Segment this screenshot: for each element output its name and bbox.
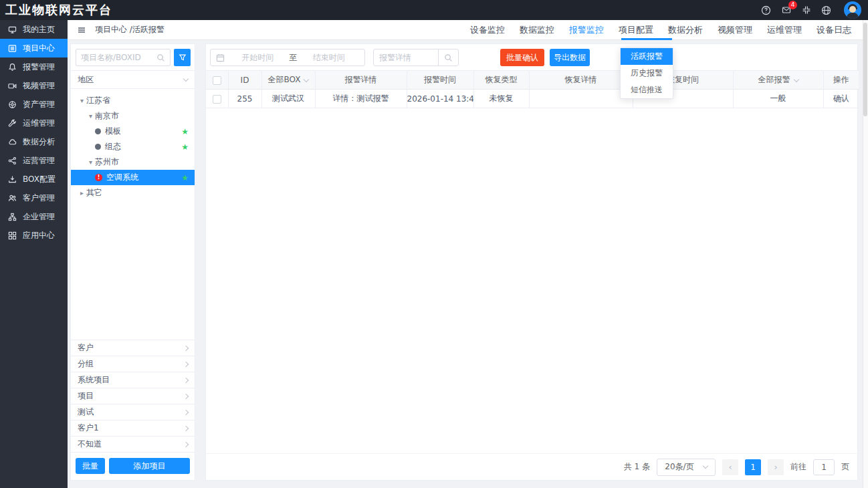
sidebar-item-project[interactable]: 项目中心 — [0, 39, 68, 57]
alarm-table: ID全部BOX报警详情报警时间恢复类型恢复详情恢复时间全部报警操作 255测试武… — [206, 70, 859, 108]
sidebar-item-org[interactable]: 企业管理 — [0, 207, 68, 226]
help-icon[interactable] — [761, 5, 771, 15]
column-header-label: 恢复类型 — [485, 75, 518, 84]
end-time-placeholder: 结束时间 — [299, 52, 360, 64]
sidebar-item-asset[interactable]: 资产管理 — [0, 95, 68, 114]
sidebar-item-label: 报警管理 — [23, 62, 55, 73]
select-all-checkbox[interactable] — [213, 76, 221, 85]
caret-down-icon[interactable]: ▾ — [78, 97, 86, 104]
region-tree: ▾江苏省▾南京市模板★组态★▾苏州市!空调系统★▸其它 — [71, 89, 195, 340]
column-header-3: 报警时间 — [407, 71, 473, 90]
alarm-detail-search-input[interactable]: 报警详情 — [373, 49, 459, 66]
avatar-body — [847, 13, 859, 19]
prev-page-button[interactable]: ‹ — [722, 459, 738, 475]
sidebar-item-label: 运营管理 — [23, 155, 55, 166]
page-scrollbar-thumb[interactable] — [863, 23, 867, 116]
goto-label: 前往 — [790, 461, 806, 473]
next-page-button[interactable]: › — [768, 459, 784, 475]
group-section-6[interactable]: 不知道 — [71, 437, 195, 453]
column-header-label: 报警详情 — [345, 75, 377, 84]
tree-node-1[interactable]: ▾南京市 — [71, 108, 195, 124]
mail-icon[interactable]: 4 — [781, 5, 792, 15]
cell-recover_type: 未恢复 — [473, 90, 529, 108]
sidebar-item-bell[interactable]: 报警管理 — [0, 57, 68, 76]
sidebar-item-apps[interactable]: 应用中心 — [0, 226, 68, 245]
confirm-action-link[interactable]: 确认 — [823, 90, 859, 108]
dropdown-item-1[interactable]: 历史报警 — [621, 65, 673, 82]
tree-node-3[interactable]: 组态★ — [71, 139, 195, 154]
group-section-5[interactable]: 客户1 — [71, 420, 195, 437]
globe-icon[interactable] — [821, 5, 831, 15]
sidebar-item-users[interactable]: 客户管理 — [0, 189, 68, 207]
sidebar-item-share[interactable]: 运营管理 — [0, 151, 68, 170]
sidebar-item-wrench[interactable]: 运维管理 — [0, 114, 68, 132]
date-range-picker[interactable]: 开始时间 至 结束时间 — [210, 49, 365, 66]
favorite-star-icon[interactable]: ★ — [181, 174, 189, 182]
row-checkbox[interactable] — [213, 95, 221, 104]
caret-right-icon[interactable]: ▸ — [78, 189, 86, 197]
nav-item-5[interactable]: 视频管理 — [710, 20, 760, 39]
project-search-input[interactable]: 项目名称/BOXID — [76, 49, 171, 66]
tree-node-2[interactable]: 模板★ — [71, 124, 195, 139]
group-section-1[interactable]: 分组 — [71, 356, 195, 372]
filter-button[interactable] — [174, 49, 191, 66]
sidebar-item-label: 资产管理 — [23, 99, 55, 110]
total-count: 共 1 条 — [624, 461, 650, 473]
region-section-header[interactable]: 地区 — [71, 70, 195, 89]
tree-node-label: 组态 — [105, 141, 121, 152]
chevron-right-icon — [183, 425, 189, 431]
goto-page-input[interactable] — [813, 459, 835, 475]
column-header-5: 恢复详情 — [529, 71, 633, 90]
current-page-button[interactable]: 1 — [745, 459, 761, 475]
tree-node-0[interactable]: ▾江苏省 — [71, 93, 195, 108]
batch-button[interactable]: 批量 — [76, 458, 105, 474]
add-project-button[interactable]: 添加项目 — [109, 458, 190, 474]
header-actions: 4 — [761, 1, 861, 19]
node-dot-icon — [95, 128, 101, 134]
group-accordion: 客户分组系统项目项目测试客户1不知道 — [71, 340, 195, 453]
table-row: 255测试武汉详情：测试报警2026-01-14 13:44:05未恢复一般确认 — [206, 90, 859, 108]
bell-icon — [8, 63, 17, 72]
nav-item-1[interactable]: 数据监控 — [512, 20, 562, 39]
batch-confirm-button[interactable]: 批量确认 — [500, 49, 544, 66]
group-section-label: 项目 — [78, 390, 94, 402]
favorite-star-icon[interactable]: ★ — [181, 128, 189, 136]
user-avatar[interactable] — [844, 1, 861, 19]
export-data-button[interactable]: 导出数据 — [550, 49, 590, 66]
fullscreen-icon[interactable] — [802, 5, 811, 15]
group-section-label: 客户 — [78, 342, 94, 354]
nav-item-7[interactable]: 设备日志 — [809, 20, 859, 39]
tree-node-label: 南京市 — [95, 110, 119, 122]
group-section-3[interactable]: 项目 — [71, 388, 195, 404]
alarm-search-button[interactable] — [438, 49, 458, 66]
tree-node-label: 空调系统 — [106, 172, 138, 183]
alarm-detail-placeholder: 报警详情 — [374, 52, 438, 64]
nav-item-4[interactable]: 数据分析 — [661, 20, 710, 39]
tree-node-4[interactable]: ▾苏州市 — [71, 154, 195, 170]
favorite-star-icon[interactable]: ★ — [181, 143, 189, 151]
sidebar-item-video[interactable]: 视频管理 — [0, 76, 68, 95]
page-size-select[interactable]: 20条/页 — [657, 459, 716, 476]
dropdown-item-2[interactable]: 短信推送 — [621, 82, 673, 98]
group-section-4[interactable]: 测试 — [71, 404, 195, 420]
caret-down-icon[interactable]: ▾ — [86, 112, 95, 120]
column-header-7[interactable]: 全部报警 — [733, 71, 823, 90]
column-header-1[interactable]: 全部BOX — [261, 71, 315, 90]
nav-item-6[interactable]: 运维管理 — [760, 20, 809, 39]
caret-down-icon[interactable]: ▾ — [86, 158, 95, 166]
nav-item-0[interactable]: 设备监控 — [463, 20, 512, 39]
nav-item-3[interactable]: 项目配置 — [611, 20, 661, 39]
tree-node-5[interactable]: !空调系统★ — [71, 170, 195, 185]
dropdown-item-0[interactable]: 活跃报警 — [621, 48, 673, 65]
sidebar-item-boxcfg[interactable]: BOX配置 — [0, 170, 68, 189]
group-section-2[interactable]: 系统项目 — [71, 372, 195, 388]
sidebar-item-label: 企业管理 — [23, 211, 55, 223]
video-icon — [8, 82, 17, 90]
nav-item-2[interactable]: 报警监控 — [562, 20, 611, 39]
sidebar-item-monitor[interactable]: 我的主页 — [0, 20, 68, 39]
sidebar-item-cloud[interactable]: 数据分析 — [0, 132, 68, 151]
tree-node-6[interactable]: ▸其它 — [71, 185, 195, 201]
nav-active-indicator — [621, 38, 672, 40]
collapse-menu-icon[interactable] — [77, 25, 86, 35]
group-section-0[interactable]: 客户 — [71, 340, 195, 356]
